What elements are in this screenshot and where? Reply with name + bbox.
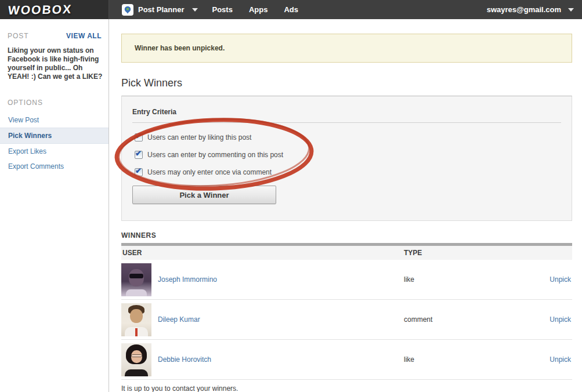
top-nav: Post Planner Posts Apps Ads swayres@gmai… <box>109 0 582 19</box>
entry-criteria-heading: Entry Criteria <box>132 108 561 116</box>
footer-note: It is up to you to contact your winners. <box>121 384 572 392</box>
winner-entry-type: comment <box>404 315 537 324</box>
winners-table-header: USER TYPE <box>121 246 572 260</box>
options-nav: View Post Pick Winners Export Likes Expo… <box>0 112 109 174</box>
checkbox-checked-icon[interactable]: ✔ <box>135 151 143 159</box>
app-switcher-label: Post Planner <box>138 5 184 14</box>
criteria-option-label: Users can enter by commenting on this po… <box>147 151 283 159</box>
pick-a-winner-button[interactable]: Pick a Winner <box>132 186 276 204</box>
view-all-link[interactable]: VIEW ALL <box>66 32 102 40</box>
winner-name-link[interactable]: Dileep Kumar <box>158 315 200 324</box>
avatar <box>121 263 151 296</box>
table-row: Debbie Horovitch like Unpick <box>121 340 572 380</box>
winner-entry-type: like <box>404 275 537 284</box>
column-header-type: TYPE <box>404 249 572 257</box>
sidebar-item-view-post[interactable]: View Post <box>0 112 109 128</box>
winner-name-link[interactable]: Joseph Immormino <box>158 275 217 284</box>
post-section-label: POST <box>8 32 29 40</box>
column-header-user: USER <box>121 249 404 257</box>
nav-item-posts[interactable]: Posts <box>204 5 240 14</box>
account-menu[interactable]: swayres@gmail.com <box>487 5 582 14</box>
options-section-label: OPTIONS <box>0 81 109 107</box>
table-row: Joseph Immormino like Unpick <box>121 260 572 300</box>
chevron-down-icon <box>568 8 574 12</box>
status-alert: Winner has been unpicked. <box>121 34 572 63</box>
top-bar: WOOBOX Post Planner Posts Apps Ads swayr… <box>0 0 582 19</box>
checkbox-checked-icon[interactable]: ✔ <box>135 168 143 176</box>
criteria-option-commenting[interactable]: ✔ Users can enter by commenting on this … <box>135 151 561 159</box>
post-preview-text: Liking your own status on Facebook is li… <box>0 40 109 81</box>
avatar <box>121 303 151 336</box>
nav-item-ads[interactable]: Ads <box>276 5 306 14</box>
divider <box>132 122 561 123</box>
unpick-link[interactable]: Unpick <box>550 355 571 364</box>
checkbox-checked-icon[interactable]: ✔ <box>135 133 143 141</box>
sidebar: POST VIEW ALL Liking your own status on … <box>0 19 109 392</box>
sidebar-item-export-comments[interactable]: Export Comments <box>0 159 109 174</box>
table-row: Dileep Kumar comment Unpick <box>121 300 572 340</box>
unpick-link[interactable]: Unpick <box>550 275 571 284</box>
criteria-option-once-via-comment[interactable]: ✔ Users may only enter once via comment <box>135 168 561 176</box>
unpick-link[interactable]: Unpick <box>550 315 571 324</box>
post-planner-pin-icon <box>122 4 133 16</box>
winners-heading: WINNERS <box>121 231 572 239</box>
woobox-logo[interactable]: WOOBOX <box>8 2 73 17</box>
winner-entry-type: like <box>404 355 537 364</box>
main-content: Winner has been unpicked. Pick Winners E… <box>110 19 582 392</box>
chevron-down-icon <box>192 8 198 12</box>
entry-criteria-panel: Entry Criteria ✔ Users can enter by liki… <box>121 96 572 221</box>
nav-item-apps[interactable]: Apps <box>241 5 276 14</box>
avatar <box>121 343 151 376</box>
sidebar-item-pick-winners[interactable]: Pick Winners <box>0 128 109 144</box>
winner-name-link[interactable]: Debbie Horovitch <box>158 355 211 364</box>
criteria-option-label: Users may only enter once via comment <box>147 168 272 176</box>
criteria-option-label: Users can enter by liking this post <box>147 133 251 141</box>
logo-zone: WOOBOX <box>0 0 109 19</box>
sidebar-item-export-likes[interactable]: Export Likes <box>0 144 109 159</box>
criteria-option-liking[interactable]: ✔ Users can enter by liking this post <box>135 133 561 141</box>
account-email: swayres@gmail.com <box>487 5 561 14</box>
app-switcher[interactable]: Post Planner <box>116 4 204 16</box>
page-title: Pick Winners <box>121 77 572 89</box>
